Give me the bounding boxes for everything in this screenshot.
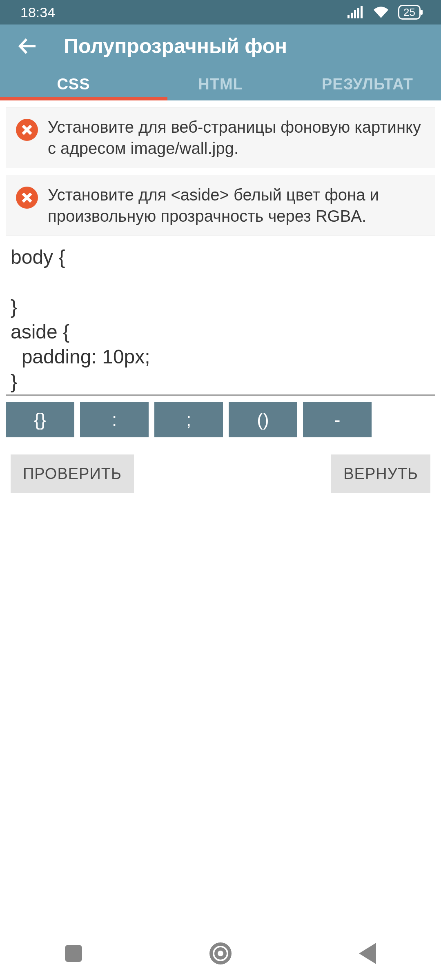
- tab-html[interactable]: HTML: [147, 68, 294, 100]
- symbol-parens-button[interactable]: (): [229, 402, 297, 437]
- wifi-icon: [372, 6, 390, 19]
- battery-icon: 25: [398, 5, 421, 20]
- battery-percent: 25: [403, 7, 415, 18]
- page-title: Полупрозрачный фон: [64, 34, 287, 58]
- signal-icon: [347, 6, 364, 18]
- nav-home-button[interactable]: [208, 941, 233, 966]
- circle-icon: [209, 942, 232, 964]
- task-item: Установите для <aside> белый цвет фона и…: [6, 175, 435, 236]
- symbol-semicolon-button[interactable]: ;: [154, 402, 223, 437]
- svg-rect-1: [351, 13, 353, 18]
- back-button[interactable]: [15, 34, 39, 58]
- content: Установите для веб-страницы фоновую карт…: [0, 100, 441, 396]
- actions-row: ПРОВЕРИТЬ ВЕРНУТЬ: [0, 437, 441, 493]
- svg-rect-4: [361, 6, 363, 18]
- status-bar: 18:34 25: [0, 0, 441, 24]
- task-item: Установите для веб-страницы фоновую карт…: [6, 107, 435, 168]
- tab-result[interactable]: РЕЗУЛЬТАТ: [294, 68, 441, 100]
- symbol-row: {} : ; () -: [0, 396, 441, 437]
- nav-back-button[interactable]: [355, 941, 380, 966]
- tab-css[interactable]: CSS: [0, 68, 147, 100]
- task-text: Установите для веб-страницы фоновую карт…: [48, 116, 425, 159]
- revert-button[interactable]: ВЕРНУТЬ: [331, 454, 430, 493]
- code-editor[interactable]: body { } aside { padding: 10px; }: [6, 245, 435, 396]
- status-time: 18:34: [20, 4, 55, 20]
- tab-label: РЕЗУЛЬТАТ: [322, 76, 413, 93]
- svg-rect-0: [347, 15, 350, 18]
- error-icon: [16, 187, 38, 209]
- symbol-dash-button[interactable]: -: [303, 402, 372, 437]
- symbol-braces-button[interactable]: {}: [6, 402, 74, 437]
- triangle-icon: [359, 943, 376, 964]
- tabs: CSS HTML РЕЗУЛЬТАТ: [0, 68, 441, 100]
- nav-recent-button[interactable]: [61, 941, 86, 966]
- tab-label: HTML: [198, 76, 243, 93]
- error-icon: [16, 119, 38, 141]
- system-nav-bar: [0, 927, 441, 980]
- task-text: Установите для <aside> белый цвет фона и…: [48, 184, 425, 227]
- app-bar-top: Полупрозрачный фон: [0, 24, 441, 68]
- svg-rect-3: [357, 8, 359, 18]
- tab-label: CSS: [57, 76, 90, 93]
- check-button[interactable]: ПРОВЕРИТЬ: [11, 454, 134, 493]
- status-right: 25: [347, 5, 421, 20]
- square-icon: [65, 945, 82, 962]
- symbol-colon-button[interactable]: :: [80, 402, 149, 437]
- svg-rect-2: [354, 10, 356, 18]
- app-bar: Полупрозрачный фон CSS HTML РЕЗУЛЬТАТ: [0, 24, 441, 100]
